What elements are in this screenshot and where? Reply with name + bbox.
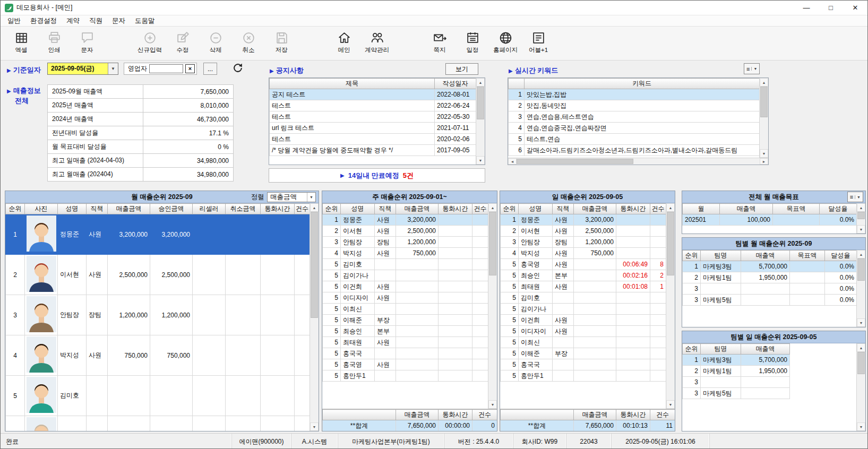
- vertical-scrollbar[interactable]: ▲▼: [856, 250, 865, 327]
- vertical-scrollbar[interactable]: ▲▼: [476, 78, 485, 165]
- team-row[interactable]: 2마케팅1팀1,950,0000.0%: [683, 272, 857, 283]
- toolbar-able-button[interactable]: 어블+1: [522, 29, 555, 54]
- sales-info-row[interactable]: 최고 월매출 (202404)34,980,000: [48, 168, 234, 182]
- scroll-thumb[interactable]: [760, 87, 768, 117]
- horizontal-scrollbar[interactable]: ◄►: [508, 158, 768, 165]
- employee-row[interactable]: 5이디자이사원: [501, 326, 666, 337]
- employee-row[interactable]: 5이디자이사원: [323, 292, 488, 304]
- menu-item-1[interactable]: 일반: [3, 15, 25, 26]
- scroll-left-button[interactable]: ◄: [508, 158, 517, 165]
- sales-info-row[interactable]: 2025년 매출액8,010,000: [48, 99, 234, 113]
- vertical-scrollbar[interactable]: ▲▼: [856, 343, 865, 431]
- refresh-button[interactable]: [231, 62, 245, 75]
- employee-row[interactable]: 4박지성사원750,000750,000: [6, 335, 310, 376]
- keyword-row[interactable]: 1맛있는밥,집밥: [509, 89, 760, 100]
- employee-row[interactable]: 5홍만두1: [323, 370, 488, 382]
- team-row[interactable]: 3: [683, 377, 790, 388]
- browse-salesperson-button[interactable]: ...: [203, 63, 217, 75]
- notice-row[interactable]: 테스트2022-05-30: [270, 111, 476, 123]
- keyword-row[interactable]: 2맛집,동네맛집: [509, 100, 760, 111]
- employee-row[interactable]: 5김미호: [501, 292, 666, 304]
- column-header[interactable]: 매출금액: [574, 204, 616, 214]
- column-header[interactable]: 매출금액: [396, 204, 439, 214]
- column-header[interactable]: 팀명: [701, 344, 741, 355]
- scroll-thumb[interactable]: [667, 212, 674, 275]
- target-menu-button[interactable]: ≡ ▼: [847, 192, 863, 202]
- column-header[interactable]: 순위: [501, 204, 519, 214]
- menu-item-5[interactable]: 문자: [107, 15, 130, 26]
- scroll-down-button[interactable]: ▼: [857, 225, 865, 234]
- employee-row[interactable]: 5김이가나: [501, 304, 666, 315]
- menu-item-3[interactable]: 계약: [62, 15, 84, 26]
- employee-row[interactable]: 2이서현사원2,500,000: [323, 226, 488, 237]
- column-header[interactable]: 제목: [270, 79, 435, 89]
- keyword-row[interactable]: 6갈매소아과,드림키즈소아청소년과,드림키즈소아과,별내소아과,갈매동드림: [509, 145, 760, 156]
- employee-row[interactable]: 5홍국국: [323, 348, 488, 359]
- scroll-right-button[interactable]: ►: [760, 158, 768, 165]
- scroll-down-button[interactable]: ▼: [760, 149, 768, 158]
- column-header[interactable]: 성명: [341, 204, 375, 214]
- column-header[interactable]: 직책: [87, 204, 108, 214]
- employee-row[interactable]: 5최승인본부00:02:162: [501, 270, 666, 281]
- scroll-down-button[interactable]: ▼: [857, 422, 865, 431]
- menu-item-2[interactable]: 환경설정: [25, 15, 62, 26]
- column-header[interactable]: 매출액: [720, 204, 773, 214]
- toolbar-calendar-button[interactable]: 일정: [456, 29, 489, 54]
- employee-row[interactable]: 5김이가나: [6, 416, 310, 431]
- employee-row[interactable]: 1정몽준사원3,200,000: [501, 214, 666, 226]
- column-header[interactable]: 승인금액: [150, 204, 193, 214]
- scroll-up-button[interactable]: ▲: [760, 78, 768, 87]
- column-header[interactable]: 통화시간: [439, 204, 472, 214]
- notice-row[interactable]: /* 당월 계약건을 당월에 중도해약할 경우 */2017-09-05: [270, 145, 476, 156]
- scroll-up-button[interactable]: ▲: [666, 203, 675, 212]
- scroll-up-button[interactable]: ▲: [310, 203, 319, 212]
- column-header[interactable]: 순위: [683, 251, 701, 261]
- scroll-up-button[interactable]: ▲: [488, 203, 497, 212]
- employee-row[interactable]: 1정몽준사원3,200,000: [323, 214, 488, 226]
- toolbar-home-button[interactable]: 메인: [328, 29, 360, 54]
- team-row[interactable]: 30.0%: [683, 283, 857, 295]
- salesperson-input[interactable]: [149, 64, 183, 73]
- scroll-down-button[interactable]: ▼: [488, 400, 497, 409]
- team-row[interactable]: 1마케팅3팀5,700,000: [683, 355, 790, 366]
- column-header[interactable]: 건수: [650, 204, 666, 214]
- employee-row[interactable]: 5이최신: [501, 337, 666, 348]
- scroll-thumb[interactable]: [477, 87, 484, 119]
- column-header[interactable]: 목표액: [790, 251, 825, 261]
- scroll-thumb[interactable]: [489, 212, 496, 275]
- keywords-menu-button[interactable]: ≡ ▼: [744, 63, 760, 74]
- column-header[interactable]: 건수: [472, 204, 488, 214]
- employee-row[interactable]: 1정몽준사원3,200,0003,200,000: [6, 214, 310, 255]
- employee-row[interactable]: 5홍국국: [501, 359, 666, 370]
- notice-row[interactable]: 공지 테스트2022-08-01: [270, 89, 476, 100]
- employee-row[interactable]: 4박지성사원750,000: [323, 248, 488, 259]
- vertical-scrollbar[interactable]: ▲▼: [310, 203, 319, 431]
- column-header[interactable]: 통화시간: [261, 204, 295, 214]
- sales-info-row[interactable]: 전년대비 달성율17.1 %: [48, 126, 234, 140]
- column-header[interactable]: 매출금액: [108, 204, 150, 214]
- column-header[interactable]: 성명: [519, 204, 553, 214]
- employee-row[interactable]: 3안팀장장팀1,200,0001,200,000: [6, 295, 310, 335]
- sales-info-row[interactable]: 2024년 매출액46,730,000: [48, 113, 234, 126]
- column-header[interactable]: 목표액: [773, 204, 820, 214]
- sales-info-row[interactable]: 월 목표대비 달성율0 %: [48, 140, 234, 154]
- toolbar-homepage-button[interactable]: 홈페이지: [489, 29, 522, 54]
- team-row[interactable]: 3마케팅5팀: [683, 388, 790, 399]
- employee-row[interactable]: 4박지성사원750,000: [501, 248, 666, 259]
- employee-row[interactable]: 5김이가나: [323, 270, 488, 281]
- employee-row[interactable]: 5최승인본부: [323, 326, 488, 337]
- keyword-row[interactable]: 3연습,연습용,테스트연습: [509, 111, 760, 123]
- column-header[interactable]: 취소금액: [226, 204, 261, 214]
- maximize-button[interactable]: □: [819, 1, 843, 15]
- calendar-dropdown-button[interactable]: ▼: [108, 63, 118, 74]
- employee-row[interactable]: 3안팀장장팀1,200,000: [323, 237, 488, 248]
- toolbar-excel-button[interactable]: 엑셀: [5, 29, 38, 54]
- column-header[interactable]: 매출액: [741, 344, 790, 355]
- column-header[interactable]: 순위: [6, 204, 25, 214]
- employee-row[interactable]: 5홍국영사원: [323, 359, 488, 370]
- column-header[interactable]: 리셀러: [193, 204, 226, 214]
- employee-row[interactable]: 5김미호: [6, 376, 310, 416]
- expiry-alert[interactable]: ▶ 14일내 만료예정 5건: [269, 168, 485, 183]
- sales-info-row[interactable]: 최고 일매출 (2024-04-03)34,980,000: [48, 154, 234, 168]
- scroll-thumb[interactable]: [857, 258, 865, 281]
